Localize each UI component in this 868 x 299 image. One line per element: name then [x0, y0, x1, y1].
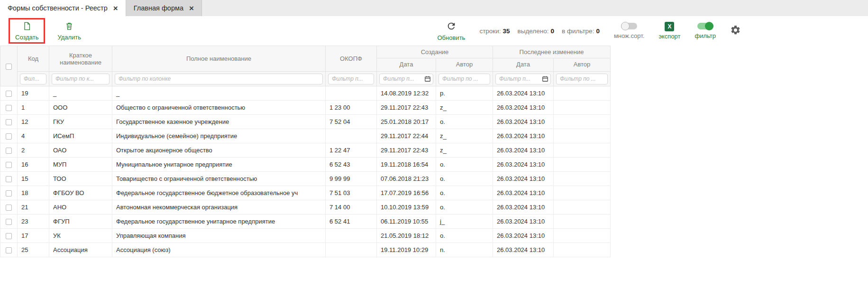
cell-full-name: Федеральное государственное унитарное пр… [112, 215, 326, 229]
select-all-checkbox[interactable] [6, 64, 12, 70]
filter-input-created-author[interactable] [439, 74, 490, 84]
stat-in-filter: в фильтре:0 [562, 28, 600, 35]
export-button[interactable]: X экспорт [658, 22, 680, 40]
cell-modified-author [554, 115, 611, 129]
table-row[interactable]: 2ОАООткрытое акционерное общество1 22 47… [0, 143, 611, 158]
new-document-icon [22, 21, 32, 32]
multisort-toggle-group[interactable]: множ.сорт. [614, 23, 644, 39]
toolbar: Создать Удалить Обновить [0, 16, 868, 46]
cell-created-author: o. [436, 158, 493, 172]
multisort-toggle[interactable] [621, 23, 637, 29]
cell-okopf: 9 99 99 [326, 172, 377, 186]
cell-code: 17 [18, 229, 49, 243]
cell-short-name: ФГУП [49, 215, 112, 229]
cell-code: 16 [18, 158, 49, 172]
table-row[interactable]: 23ФГУПФедеральное государственное унитар… [0, 215, 611, 229]
table-row[interactable]: 17УКУправляющая компания21.05.2019 18:12… [0, 229, 611, 243]
cell-created-author: p. [436, 86, 493, 101]
stat-in-filter-value: 0 [596, 28, 600, 35]
toolbar-right: Обновить строки:35 выделено:0 в фильтре:… [438, 21, 741, 41]
cell-short-name: АНО [49, 200, 112, 215]
cell-modified-date: 26.03.2024 13:10 [493, 243, 554, 257]
cell-modified-author [554, 158, 611, 172]
cell-code: 2 [18, 143, 49, 158]
filter-input-okopf[interactable] [328, 74, 374, 84]
refresh-button[interactable]: Обновить [438, 21, 466, 41]
filter-input-modified-author[interactable] [556, 74, 608, 84]
column-header-short-name[interactable]: Краткое наименование [49, 46, 112, 72]
cell-okopf: 6 52 41 [326, 215, 377, 229]
cell-okopf [326, 129, 377, 143]
cell-created-author: z_ [436, 129, 493, 143]
column-header-code[interactable]: Код [18, 46, 49, 72]
table-row[interactable]: 21АНОАвтономная некоммерческая организац… [0, 200, 611, 215]
row-checkbox[interactable] [6, 233, 12, 239]
calendar-icon[interactable] [424, 75, 431, 82]
column-header-created-date[interactable]: Дата [377, 58, 436, 72]
filter-input-full-name[interactable] [115, 74, 323, 84]
tab-label: Главная форма [134, 4, 183, 12]
table-row[interactable]: 4ИСемПИндивидуальное (семейное) предприя… [0, 129, 611, 143]
column-header-full-name[interactable]: Полное наименование [112, 46, 326, 72]
table-row[interactable]: 25АссоциацияАссоциация (союз)19.11.2019 … [0, 243, 611, 257]
filter-cell-okopf [326, 72, 377, 86]
tab-forms-of-ownership[interactable]: Формы собственности - Реестр × [0, 0, 126, 16]
row-checkbox[interactable] [6, 247, 12, 253]
table-row[interactable]: 19__14.08.2019 12:32p.26.03.2024 13:10 [0, 86, 611, 101]
row-checkbox[interactable] [6, 105, 12, 111]
filter-toggle[interactable] [697, 23, 713, 29]
cell-modified-author [554, 215, 611, 229]
create-button[interactable]: Создать [15, 21, 38, 41]
row-select-cell [0, 186, 18, 200]
row-select-cell [0, 243, 18, 257]
cell-full-name: Государственное казенное учреждение [112, 115, 326, 129]
cell-short-name: УК [49, 229, 112, 243]
row-checkbox[interactable] [6, 162, 12, 168]
cell-code: 25 [18, 243, 49, 257]
cell-modified-date: 26.03.2024 13:10 [493, 200, 554, 215]
cell-full-name: _ [112, 86, 326, 101]
table-row[interactable]: 18ФГБОУ ВОФедеральное государственное бю… [0, 186, 611, 200]
filter-input-short-name[interactable] [52, 74, 110, 84]
column-header-okopf[interactable]: ОКОПФ [326, 46, 377, 72]
row-select-cell [0, 172, 18, 186]
filter-toggle-group[interactable]: фильтр [695, 23, 716, 39]
calendar-icon[interactable] [542, 75, 548, 82]
cell-created-date: 29.11.2017 22:43 [377, 143, 436, 158]
filter-input-code[interactable] [20, 74, 46, 84]
cell-okopf: 1 23 00 [326, 101, 377, 115]
cell-created-author: n. [436, 243, 493, 257]
gear-icon [730, 25, 741, 37]
table-row[interactable]: 12ГКУГосударственное казенное учреждение… [0, 115, 611, 129]
column-header-created-author[interactable]: Автор [436, 58, 493, 72]
cell-created-date: 25.01.2018 20:17 [377, 115, 436, 129]
row-checkbox[interactable] [6, 91, 12, 97]
row-checkbox[interactable] [6, 205, 12, 211]
row-checkbox[interactable] [6, 133, 12, 140]
table-row[interactable]: 1ООООбщество с ограниченной ответственно… [0, 101, 611, 115]
cell-modified-date: 26.03.2024 13:10 [493, 143, 554, 158]
column-header-modified-author[interactable]: Автор [554, 58, 611, 72]
tab-close-icon[interactable]: × [113, 4, 118, 12]
group-header-last-modified: Последнее изменение [493, 46, 611, 58]
tab-main-form[interactable]: Главная форма × [126, 0, 202, 16]
delete-button[interactable]: Удалить [57, 21, 81, 41]
column-header-modified-date[interactable]: Дата [493, 58, 554, 72]
row-checkbox[interactable] [6, 148, 12, 154]
row-checkbox[interactable] [6, 119, 12, 125]
row-checkbox[interactable] [6, 190, 12, 196]
row-select-cell [0, 115, 18, 129]
table-row[interactable]: 16МУПМуниципальное унитарное предприятие… [0, 158, 611, 172]
tab-bar: Формы собственности - Реестр × Главная ф… [0, 0, 868, 16]
export-button-label: экспорт [658, 33, 680, 40]
cell-modified-date: 26.03.2024 13:10 [493, 129, 554, 143]
cell-created-date: 21.05.2019 18:12 [377, 229, 436, 243]
settings-button[interactable] [730, 25, 741, 37]
tab-close-icon[interactable]: × [189, 4, 194, 12]
cell-okopf [326, 86, 377, 101]
row-checkbox[interactable] [6, 176, 12, 182]
filter-cell-modified-date [493, 72, 554, 86]
row-checkbox[interactable] [6, 219, 12, 225]
table-row[interactable]: 15ТООТоварищество с ограниченной ответст… [0, 172, 611, 186]
group-header-creation: Создание [377, 46, 493, 58]
